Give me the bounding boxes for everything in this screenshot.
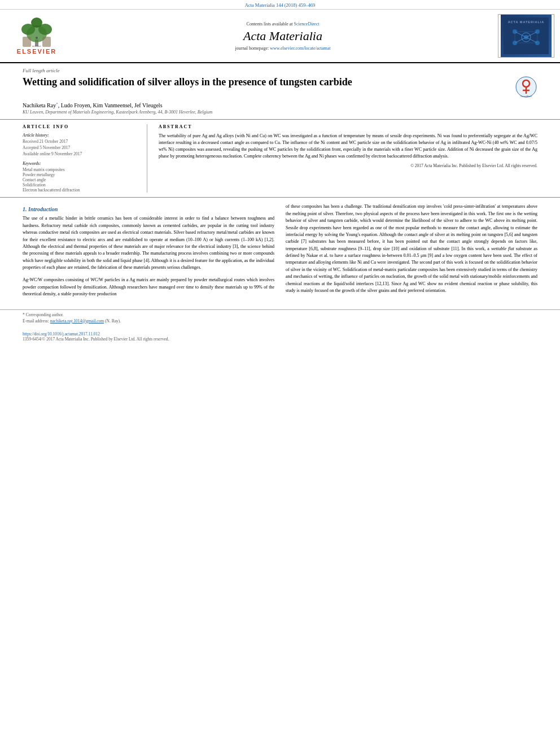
svg-point-4 [31,18,42,28]
elsevier-logo-area: mottotext ELSEVIER [6,14,68,58]
authors: Nachiketa Ray*, Ludo Froyen, Kim Vanmeen… [23,102,537,108]
article-type: Full length article [23,68,537,73]
keyword-3: Contact angle [23,177,135,182]
abstract-text: The wettability of pure Ag and Ag alloys… [159,133,537,160]
page-header: mottotext ELSEVIER Contents lists availa… [0,10,560,63]
sciencedirect-label: Contents lists available at [247,21,293,27]
rights-line: 1359-6454/© 2017 Acta Materialia Inc. Pu… [23,337,537,342]
received-date: Received 21 October 2017 [23,139,135,144]
email-prefix: E-mail address: [23,318,49,324]
right-column: of these composites has been a challenge… [286,203,537,298]
intro-text-3: of these composites has been a challenge… [286,203,537,294]
affiliation: KU Leuven, Department of Materials Engin… [23,110,537,115]
info-abstract-area: ARTICLE INFO Article history: Received 2… [0,120,560,198]
intro-text-2: Ag-WC/W composites consisting of WC/W pa… [23,277,274,298]
homepage-label: journal homepage: [235,46,269,51]
available-online-date: Available online 9 November 2017 [23,151,135,156]
column-divider [147,124,147,193]
doi-anchor[interactable]: https://doi.org/10.1016/j.actamat.2017.1… [23,331,100,337]
article-title-row: Wetting and solidification of silver all… [23,76,537,98]
doi-link[interactable]: https://doi.org/10.1016/j.actamat.2017.1… [23,331,537,337]
left-column: 1. Introduction The use of a metallic bi… [23,203,274,298]
main-content: 1. Introduction The use of a metallic bi… [0,198,560,303]
elsevier-wordmark: ELSEVIER [17,48,56,55]
keyword-1: Metal matrix composites [23,167,135,172]
sciencedirect-link[interactable]: ScienceDirect [294,21,320,27]
svg-rect-7 [42,37,51,47]
abstract-heading: ABSTRACT [159,124,537,129]
section1-heading: 1. Introduction [23,206,274,212]
article-info-heading: ARTICLE INFO [23,124,135,129]
intro-text-1: The use of a metallic binder in brittle … [23,215,274,271]
crossmark-icon: CrossMark [515,76,537,98]
article-info-panel: ARTICLE INFO Article history: Received 2… [23,124,135,193]
corresponding-label: * Corresponding author. [23,312,64,317]
crossmark-logo: CrossMark [515,76,537,98]
svg-text:ACTA MATERIALIA: ACTA MATERIALIA [508,20,545,24]
footer: * Corresponding author. E-mail address: … [0,309,560,344]
svg-point-5 [36,37,38,39]
journal-bar: Acta Materialia 144 (2018) 459–469 [0,0,560,10]
corresponding-author-note: * Corresponding author. [23,312,537,317]
abstract-copyright: © 2017 Acta Materialia Inc. Published by… [159,163,537,168]
elsevier-tree-icon: mottotext [17,17,56,48]
keyword-2: Powder metallurgy [23,172,135,177]
abstract-panel: ABSTRACT The wettability of pure Ag and … [159,124,537,193]
email-suffix: (N. Ray). [105,318,121,324]
svg-text:CrossMark: CrossMark [520,95,531,98]
article-header: Full length article Wetting and solidifi… [0,63,560,120]
sciencedirect-info: Contents lists available at ScienceDirec… [247,21,320,27]
accepted-date: Accepted 5 November 2017 [23,145,135,150]
acta-logo-box: ACTA MATERIALIA [498,14,554,58]
keywords-label: Keywords: [23,161,135,166]
homepage-url[interactable]: www.elsevier.com/locate/actamat [270,46,330,51]
journal-title: Acta Materialia [243,29,322,43]
svg-text:mottotext: mottotext [32,45,41,47]
svg-rect-6 [23,37,31,47]
history-label: Article history: [23,133,135,138]
email-line: E-mail address: nachiketa.ray.1014@gmail… [23,318,537,324]
journal-header-center: Contents lists available at ScienceDirec… [68,14,498,58]
journal-citation: Acta Materialia 144 (2018) 459–469 [245,2,316,8]
keyword-5: Electron backscattered diffraction [23,187,135,193]
acta-logo-graphic: ACTA MATERIALIA [504,18,549,54]
keyword-4: Solidification [23,182,135,187]
acta-materialia-logo: ACTA MATERIALIA [501,15,552,57]
author-email[interactable]: nachiketa.ray.1014@gmail.com [50,318,104,324]
article-title: Wetting and solidification of silver all… [23,76,509,89]
elsevier-logo: mottotext ELSEVIER [17,17,56,55]
journal-homepage: journal homepage: www.elsevier.com/locat… [235,46,330,51]
